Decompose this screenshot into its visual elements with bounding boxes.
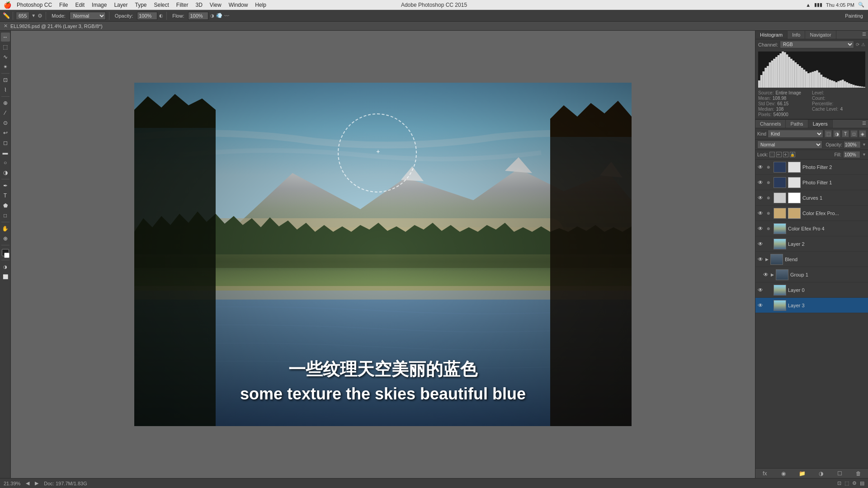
fill-dropdown-icon[interactable]: ▼ (862, 152, 866, 157)
zoom-tool[interactable]: ⊕ (1, 234, 10, 243)
new-adjustment-btn[interactable]: ◑ (816, 469, 826, 478)
menu-3d[interactable]: 3D (193, 2, 205, 8)
close-tab-icon[interactable]: ✕ (4, 23, 8, 29)
blend-mode-select[interactable]: Normal (757, 141, 822, 149)
fill-input[interactable] (843, 151, 860, 158)
clone-tool[interactable]: ⊙ (1, 118, 10, 127)
layer-item-curves-1[interactable]: 👁 ⊕ Curves 1 (755, 190, 868, 206)
filter-smart-icon[interactable]: ◈ (859, 130, 866, 137)
layer-item-blend[interactable]: 👁 ▶ Blend (755, 252, 868, 267)
menu-select[interactable]: Select (151, 2, 171, 8)
brush-picker-icon[interactable]: ▼ (31, 13, 36, 18)
layer-item-color-efex-4[interactable]: 👁 ⊕ Color Efex Pro 4 (755, 221, 868, 236)
status-icon-2[interactable]: ⬚ (844, 480, 849, 486)
layer-visibility-photo-filter-2[interactable]: 👁 (757, 164, 764, 170)
layer-visibility-layer-2[interactable]: 👁 (757, 241, 764, 247)
search-icon[interactable]: 🔍 (858, 2, 864, 8)
background-color[interactable] (4, 253, 9, 258)
tab-layers[interactable]: Layers (808, 120, 833, 128)
opacity-dropdown-icon[interactable]: ▼ (862, 142, 866, 147)
layer-item-group-1[interactable]: 👁 ▶ Group 1 (755, 267, 868, 282)
layer-visibility-layer-0[interactable]: 👁 (757, 287, 764, 293)
crop-tool[interactable]: ⊡ (1, 75, 10, 84)
lock-pixels-icon[interactable]: ✏ (776, 152, 782, 157)
blur-tool[interactable]: ○ (1, 158, 10, 167)
menu-filter[interactable]: Filter (174, 2, 191, 8)
filter-type-icon[interactable]: T (842, 130, 849, 137)
layer-item-photo-filter-1[interactable]: 👁 ⊕ Photo Filter 1 (755, 175, 868, 190)
group-arrow-blend[interactable]: ▶ (765, 257, 769, 262)
shape-tool[interactable]: □ (1, 211, 10, 220)
quick-mask-icon[interactable]: ◑ (1, 262, 10, 271)
mode-select[interactable]: Normal (70, 12, 106, 20)
history-brush-tool[interactable]: ↩ (1, 128, 10, 137)
brush-tool-icon[interactable]: ✏️ (3, 12, 10, 19)
menu-help[interactable]: Help (252, 2, 269, 8)
status-icon-1[interactable]: ⊡ (837, 480, 841, 486)
opacity-toggle-icon[interactable]: ◐ (159, 13, 163, 18)
lock-transparent-icon[interactable]: ⬚ (769, 152, 775, 157)
layer-visibility-curves-1[interactable]: 👁 (757, 195, 764, 201)
nav-back-icon[interactable]: ◀ (26, 480, 29, 486)
airbrush-icon[interactable]: 💨 (216, 13, 222, 19)
screen-mode-icon[interactable]: ⬜ (1, 272, 10, 281)
layer-visibility-color-efex-adj[interactable]: 👁 (757, 210, 764, 216)
flow-toggle-icon[interactable]: ◑ (210, 13, 214, 18)
menu-photoshop-cc[interactable]: Photoshop CC (14, 2, 55, 8)
tab-navigator[interactable]: Navigator (805, 31, 836, 39)
menu-type[interactable]: Type (132, 2, 149, 8)
layer-item-photo-filter-2[interactable]: 👁 ⊕ Photo Filter 2 (755, 160, 868, 175)
filter-shape-icon[interactable]: □ (850, 130, 858, 137)
add-layer-style-btn[interactable]: fx (760, 469, 769, 478)
filter-adjust-icon[interactable]: ◑ (833, 130, 840, 137)
tab-paths[interactable]: Paths (786, 120, 808, 128)
layers-options-icon[interactable]: ☰ (860, 120, 868, 128)
flow-input[interactable] (188, 12, 208, 20)
kind-select[interactable]: Kind (768, 130, 823, 138)
layer-visibility-color-efex-4[interactable]: 👁 (757, 225, 764, 232)
status-icon-4[interactable]: ▤ (860, 480, 864, 486)
menu-window[interactable]: Window (226, 2, 251, 8)
layer-item-layer-2[interactable]: 👁 Layer 2 (755, 236, 868, 252)
pen-tool[interactable]: ✒ (1, 181, 10, 190)
smoothing-icon[interactable]: 〰 (224, 13, 229, 19)
text-tool[interactable]: T (1, 191, 10, 200)
brush-tool[interactable]: ∕ (1, 108, 10, 117)
group-arrow-group-1[interactable]: ▶ (771, 272, 774, 277)
new-layer-btn[interactable]: ☐ (835, 469, 844, 478)
gradient-tool[interactable]: ▬ (1, 148, 10, 157)
channel-select[interactable]: RGB Red Green Blue (780, 41, 854, 48)
tab-info[interactable]: Info (788, 31, 805, 39)
filter-pixel-icon[interactable]: ⬚ (825, 130, 832, 137)
path-tool[interactable]: ⬟ (1, 201, 10, 210)
status-icon-3[interactable]: ⚙ (852, 480, 857, 486)
layer-opacity-input[interactable] (844, 141, 861, 148)
eraser-tool[interactable]: ◻ (1, 138, 10, 147)
brush-settings-icon[interactable]: ⚙ (38, 13, 42, 19)
layer-visibility-blend[interactable]: 👁 (757, 256, 764, 263)
layer-item-layer-3[interactable]: 👁 Layer 3 (755, 298, 868, 313)
menu-edit[interactable]: Edit (72, 2, 87, 8)
menu-view[interactable]: View (207, 2, 224, 8)
opacity-input[interactable] (137, 12, 157, 20)
layer-item-color-efex-adj[interactable]: 👁 ⊕ Color Efex Pro... (755, 206, 868, 221)
lock-position-icon[interactable]: ✛ (783, 152, 788, 157)
doc-tab-label[interactable]: ELL9826.psd @ 21.4% (Layer 3, RGB/8*) (10, 23, 103, 29)
heal-tool[interactable]: ⊕ (1, 99, 10, 108)
new-group-btn[interactable]: 📁 (798, 469, 807, 478)
menu-image[interactable]: Image (89, 2, 109, 8)
layer-visibility-photo-filter-1[interactable]: 👁 (757, 179, 764, 186)
refresh-icon[interactable]: ⟳ (856, 42, 859, 47)
delete-layer-btn[interactable]: 🗑 (854, 469, 863, 478)
add-mask-btn[interactable]: ◉ (779, 469, 788, 478)
layer-visibility-layer-3[interactable]: 👁 (757, 302, 764, 309)
lock-all-icon[interactable]: 🔒 (790, 152, 795, 157)
tab-channels[interactable]: Channels (755, 120, 786, 128)
eyedropper-tool[interactable]: ⌇ (1, 85, 10, 94)
menu-file[interactable]: File (57, 2, 71, 8)
magic-wand-tool[interactable]: ✴ (1, 62, 10, 71)
tab-histogram[interactable]: Histogram (755, 31, 788, 39)
nav-forward-icon[interactable]: ▶ (35, 480, 38, 486)
histogram-options-icon[interactable]: ☰ (860, 31, 868, 39)
selection-tool[interactable]: ⬚ (1, 42, 10, 52)
